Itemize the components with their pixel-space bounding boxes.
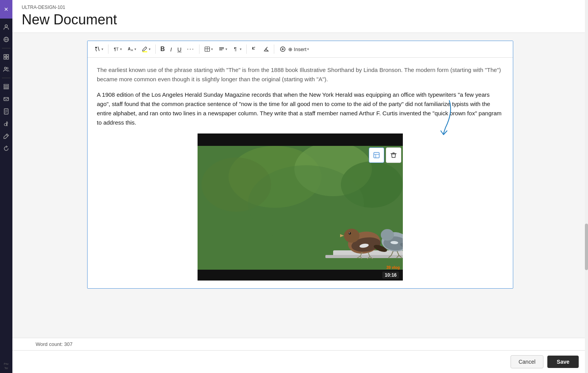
sidebar-divider-2 [2, 78, 10, 78]
text-style-chevron: ▾ [120, 47, 122, 51]
sidebar-bottom: Priv Ter [4, 363, 9, 373]
svg-text:A: A [131, 48, 133, 52]
svg-point-63 [381, 229, 394, 241]
save-button[interactable]: Save [547, 356, 579, 368]
video-watermark: 39 vlog [387, 265, 400, 270]
font-size-button[interactable]: A A ▾ [125, 44, 139, 54]
sidebar-item-list[interactable] [1, 81, 12, 92]
close-icon: ✕ [4, 6, 9, 12]
sidebar-divider-1 [2, 48, 10, 48]
more-button[interactable]: ··· [185, 44, 197, 54]
word-count-value: 307 [64, 341, 72, 347]
video-top-bar [198, 133, 403, 146]
svg-rect-36 [374, 152, 379, 158]
svg-point-50 [344, 229, 359, 243]
svg-rect-11 [4, 86, 9, 87]
sidebar-item-mail[interactable] [1, 94, 12, 104]
bird-scene-svg [198, 146, 403, 270]
video-action-buttons [369, 147, 401, 163]
svg-rect-6 [4, 57, 6, 59]
video-edit-button[interactable] [369, 147, 384, 163]
editor-container: ▾ ¶ T ▾ A A ▾ [87, 41, 513, 289]
footer-bar: Cancel Save [12, 350, 588, 373]
font-size-chevron: ▾ [134, 47, 136, 51]
sidebar-item-user[interactable] [1, 22, 12, 33]
svg-rect-12 [4, 88, 9, 89]
video-wrapper: 39 vlog 10:16 [97, 133, 504, 281]
insert-label: ⊕ Insert [288, 46, 306, 52]
separator-1 [108, 44, 108, 54]
sidebar-item-globe[interactable] [1, 34, 12, 45]
sidebar-icon-list [1, 19, 12, 157]
table-button[interactable]: ▾ [202, 44, 215, 54]
cancel-button[interactable]: Cancel [511, 355, 544, 368]
separator-4 [246, 44, 247, 54]
main-content: ULTRA-DESIGN-101 New Document ▾ [12, 0, 588, 373]
bold-button[interactable]: B [158, 44, 167, 54]
svg-rect-7 [7, 57, 9, 59]
separator-5 [274, 44, 274, 54]
svg-point-8 [5, 67, 7, 69]
svg-text:¶: ¶ [234, 46, 237, 52]
video-timestamp: 10:16 [382, 272, 399, 279]
sidebar-item-doc[interactable] [1, 106, 12, 117]
separator-2 [155, 44, 156, 54]
svg-point-9 [7, 67, 8, 69]
sidebar-item-edit[interactable] [1, 131, 12, 142]
svg-text:A: A [128, 47, 131, 51]
sidebar-item-people[interactable] [1, 64, 12, 75]
editor-scrollbar-thumb[interactable] [585, 224, 588, 270]
svg-rect-10 [4, 84, 9, 86]
svg-point-53 [349, 233, 350, 233]
svg-line-20 [6, 135, 8, 136]
video-frame [198, 146, 403, 270]
sidebar-item-refresh[interactable] [1, 143, 12, 154]
svg-text:T: T [116, 47, 119, 51]
align-chevron: ▾ [225, 47, 227, 51]
text-style-button[interactable]: ¶ T ▾ [111, 44, 124, 54]
privacy-link[interactable]: Priv [4, 363, 9, 366]
italic-button[interactable]: I [168, 44, 174, 54]
editor-wrapper: ▾ ¶ T ▾ A A ▾ [12, 33, 588, 338]
paragraph-button[interactable]: ¶ ▾ [230, 44, 244, 54]
editor-scrollbar[interactable] [585, 33, 588, 338]
insert-chevron: ▾ [307, 47, 309, 51]
format-dropdown-chevron: ▾ [101, 47, 103, 51]
clear-format-button[interactable] [261, 44, 272, 54]
svg-rect-13 [4, 98, 9, 101]
video-delete-button[interactable] [386, 147, 401, 163]
sidebar: ✕ [0, 0, 12, 373]
svg-rect-5 [7, 55, 9, 56]
sidebar-item-tools[interactable] [1, 118, 12, 129]
separator-3 [199, 44, 199, 54]
paragraph-main: A 1908 edition of the Los Angeles Herald… [97, 90, 504, 127]
video-bottom-bar: 10:16 [198, 270, 403, 281]
table-chevron: ▾ [211, 47, 213, 51]
align-button[interactable]: ▾ [216, 44, 230, 54]
undo-button[interactable] [249, 44, 260, 54]
format-button[interactable]: ▾ [92, 44, 106, 54]
sidebar-close-button[interactable]: ✕ [0, 0, 12, 19]
editor-toolbar: ▾ ¶ T ▾ A A ▾ [88, 41, 513, 58]
paragraph-chevron: ▾ [240, 47, 242, 51]
insert-button[interactable]: ⊕ Insert ▾ [277, 44, 312, 54]
video-player[interactable]: 39 vlog 10:16 [198, 133, 403, 281]
svg-point-19 [4, 123, 7, 126]
word-count-label: Word count: [36, 341, 63, 347]
highlight-button[interactable]: ▾ [139, 44, 153, 54]
header: ULTRA-DESIGN-101 New Document [12, 0, 588, 33]
terms-link[interactable]: Ter [4, 367, 8, 370]
svg-rect-4 [4, 55, 6, 56]
svg-point-0 [5, 25, 7, 27]
content-area[interactable]: The earliest known use of the phrase sta… [88, 58, 513, 288]
sidebar-item-grid[interactable] [1, 51, 12, 62]
svg-point-52 [349, 232, 351, 234]
paragraph-partial: The earliest known use of the phrase sta… [97, 65, 504, 84]
word-count-bar: Word count: 307 [12, 338, 588, 350]
project-code: ULTRA-DESIGN-101 [22, 5, 579, 10]
underline-button[interactable]: U [175, 44, 184, 54]
page-title: New Document [22, 12, 579, 28]
highlight-chevron: ▾ [149, 47, 151, 51]
